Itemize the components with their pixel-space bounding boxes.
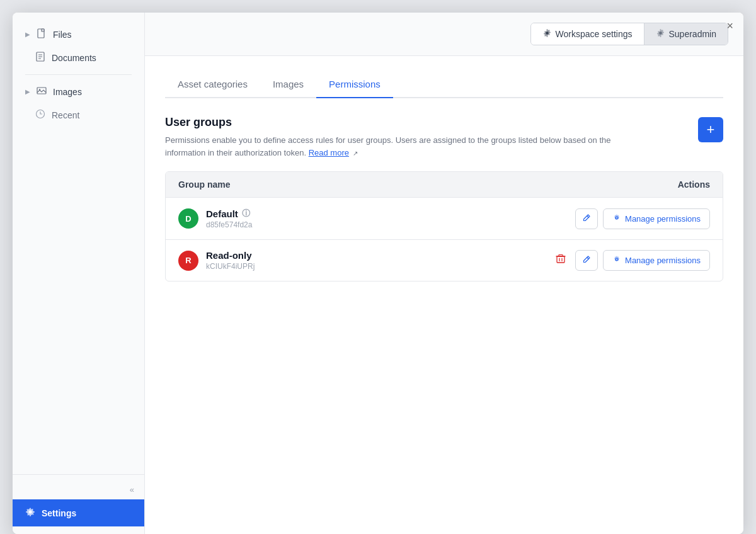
info-icon-default[interactable]: ⓘ (242, 208, 250, 219)
gear-icon-manage-readonly (612, 255, 621, 266)
group-id-readonly: kCIUkF4iUPRj (206, 262, 255, 271)
group-name-readonly: Read-only (206, 250, 255, 261)
sidebar-footer: « Settings (13, 474, 144, 534)
sidebar: ▶ Files (13, 13, 145, 534)
svg-rect-6 (37, 88, 46, 94)
row-actions-readonly: Manage permissions (551, 250, 710, 271)
col-actions: Actions (678, 179, 710, 190)
manage-permissions-button-default[interactable]: Manage permissions (603, 208, 710, 229)
content-area: Asset categories Images Permissions User… (145, 56, 743, 534)
section-header: User groups Permissions enable you to de… (165, 116, 723, 159)
edit-icon-readonly (582, 255, 591, 266)
table-row: R Read-only kCIUkF4iUPRj (166, 240, 723, 281)
table-header: Group name Actions (166, 172, 723, 198)
close-button[interactable]: × (726, 20, 733, 31)
group-text-readonly: Read-only kCIUkF4iUPRj (206, 250, 255, 271)
section-title-block: User groups Permissions enable you to de… (165, 116, 688, 159)
add-group-button[interactable]: + (698, 117, 723, 142)
external-link-icon: ↗ (353, 150, 358, 157)
tab-images[interactable]: Images (260, 74, 316, 98)
collapse-icon: « (130, 485, 134, 494)
superadmin-label: Superadmin (669, 29, 717, 39)
delete-button-readonly[interactable] (551, 251, 570, 270)
sidebar-divider (25, 74, 132, 75)
svg-line-12 (587, 215, 589, 217)
svg-rect-14 (557, 256, 564, 263)
edit-button-default[interactable] (575, 208, 598, 229)
settings-icon (25, 507, 35, 519)
table-row: D Default ⓘ d85fe574fd2a (166, 198, 723, 240)
modal: × ▶ Files (13, 13, 743, 534)
header-buttons-group: Workspace settings Superadmin (530, 23, 728, 45)
read-more-link[interactable]: Read more (309, 148, 349, 157)
group-info-default: D Default ⓘ d85fe574fd2a (178, 208, 252, 229)
manage-permissions-button-readonly[interactable]: Manage permissions (603, 250, 710, 271)
workspace-settings-label: Workspace settings (556, 29, 633, 39)
section-title: User groups (165, 116, 688, 129)
tabs: Asset categories Images Permissions (165, 74, 723, 98)
manage-permissions-label-readonly: Manage permissions (625, 256, 701, 265)
clock-icon (35, 109, 45, 121)
sidebar-item-images-label: Images (53, 87, 82, 97)
svg-rect-16 (559, 255, 563, 257)
superadmin-button[interactable]: Superadmin (644, 23, 728, 45)
chevron-right-icon: ▶ (25, 31, 30, 38)
sidebar-item-files-label: Files (53, 30, 72, 40)
svg-line-19 (587, 258, 589, 259)
edit-icon-default (582, 213, 591, 224)
sidebar-item-documents-label: Documents (52, 53, 96, 63)
col-group-name: Group name (178, 179, 230, 190)
chevron-right-icon-2: ▶ (25, 88, 30, 95)
sidebar-item-images[interactable]: ▶ Images (13, 80, 144, 103)
row-actions-default: Manage permissions (575, 208, 710, 229)
sidebar-item-recent[interactable]: Recent (23, 103, 144, 127)
edit-button-readonly[interactable] (575, 250, 598, 271)
file-icon (37, 28, 47, 40)
group-info-readonly: R Read-only kCIUkF4iUPRj (178, 250, 255, 271)
tab-asset-categories[interactable]: Asset categories (165, 74, 260, 98)
sidebar-settings-label: Settings (42, 508, 76, 518)
trash-icon (555, 253, 566, 268)
sidebar-item-documents[interactable]: Documents (13, 46, 144, 69)
image-icon (37, 86, 47, 98)
group-avatar-readonly: R (178, 251, 198, 271)
section-description: Permissions enable you to define access … (165, 134, 638, 159)
group-text-default: Default ⓘ d85fe574fd2a (206, 208, 252, 229)
superadmin-icon (656, 28, 665, 40)
gear-icon-manage-default (612, 213, 621, 224)
group-id-default: d85fe574fd2a (206, 220, 252, 229)
manage-permissions-label-default: Manage permissions (625, 214, 701, 224)
svg-rect-1 (42, 29, 44, 31)
modal-body: ▶ Files (13, 13, 743, 534)
sidebar-item-files[interactable]: ▶ Files (13, 23, 144, 46)
sidebar-item-recent-label: Recent (52, 110, 79, 120)
sidebar-nav: ▶ Files (13, 23, 144, 474)
workspace-settings-button[interactable]: Workspace settings (531, 23, 644, 45)
group-avatar-default: D (178, 208, 198, 229)
groups-table: Group name Actions D Default (165, 171, 723, 281)
gear-icon (542, 28, 552, 40)
group-name-default: Default ⓘ (206, 208, 252, 219)
sidebar-collapse-button[interactable]: « (13, 482, 144, 499)
main-content: Workspace settings Superadmin (145, 13, 743, 534)
document-icon (35, 52, 45, 64)
tab-permissions[interactable]: Permissions (316, 74, 393, 98)
main-header: Workspace settings Superadmin (145, 13, 743, 56)
sidebar-settings-button[interactable]: Settings (13, 499, 144, 526)
